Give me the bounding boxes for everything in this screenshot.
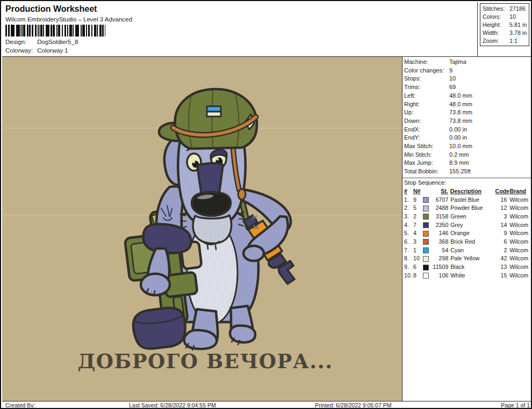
table-row: 6.3 368Brick Red 6Wilcom bbox=[404, 238, 531, 246]
thread-color-swatch bbox=[423, 197, 429, 203]
table-row: 10.8 106White 15Wilcom bbox=[404, 272, 531, 280]
stat-colors: Colors:10 bbox=[483, 13, 529, 21]
last-saved-label: Last Saved: 6/28/2022 9:04:55 PM bbox=[129, 402, 243, 409]
stat-width: Width:3.78 in bbox=[483, 29, 529, 37]
info-row: Max Stitch:10.0 mm bbox=[404, 142, 532, 151]
info-row: Down:73.8 mm bbox=[404, 117, 532, 126]
table-row: 1.9 6707Pastel Blue 16Wilcom bbox=[404, 196, 531, 204]
table-row: 9.6 11509Black 13Wilcom bbox=[404, 263, 531, 272]
thread-color-swatch bbox=[423, 206, 429, 211]
strap-buckle bbox=[238, 189, 246, 200]
thread-color-swatch bbox=[423, 273, 429, 279]
dog-foot bbox=[184, 330, 217, 349]
thread-color-swatch bbox=[423, 247, 429, 253]
thread-color-swatch bbox=[423, 265, 429, 271]
info-row: Min Stitch:0.2 mm bbox=[404, 151, 532, 159]
stop-sequence-table: # N# St. Description Code Brand 1.9 6707… bbox=[404, 187, 531, 280]
elbow-pad bbox=[143, 224, 191, 253]
dog-paw bbox=[141, 274, 170, 295]
info-row: Right:48.0 mm bbox=[404, 100, 532, 109]
design-canvas: ДОБРОГО ВЕЧОРА... bbox=[2, 56, 402, 401]
helmet bbox=[159, 89, 257, 149]
stat-zoom: Zoom:1:1 bbox=[483, 37, 529, 45]
barcode-icon bbox=[5, 25, 105, 36]
table-header: # N# St. Description Code Brand bbox=[404, 187, 531, 196]
info-row: Color changes:9 bbox=[404, 67, 532, 75]
stats-box-wrap: Stitches:27186 Colors:10 Height:5.81 in … bbox=[477, 2, 532, 56]
table-row: 5.4 146Orange 9Wilcom bbox=[404, 229, 531, 238]
colorway-row: Colorway: Colorway 1 bbox=[5, 47, 68, 54]
machine-info-panel: Machine:Tajima Color changes:9 Stops:10 … bbox=[402, 56, 532, 401]
created-by-label: Created By: bbox=[5, 402, 125, 409]
thread-color-swatch bbox=[423, 239, 429, 245]
software-subtitle: Wilcom EmbroideryStudio – Level 3 Advanc… bbox=[5, 16, 132, 23]
production-worksheet-page: Production Worksheet Wilcom EmbroiderySt… bbox=[0, 0, 532, 409]
info-row: EndY:0.00 in bbox=[404, 134, 532, 142]
table-row: 8.10 298Pale Yellow 42Wilcom bbox=[404, 254, 531, 263]
info-row: Up:73.8 mm bbox=[404, 108, 532, 117]
stop-sequence-section: Stop Sequence: # N# St. Description Code… bbox=[402, 178, 532, 280]
stop-sequence-title: Stop Sequence: bbox=[404, 179, 532, 187]
thread-color-swatch bbox=[423, 231, 429, 237]
colorway-label: Colorway: bbox=[5, 47, 35, 54]
header: Production Worksheet Wilcom EmbroiderySt… bbox=[2, 2, 477, 55]
info-row: Total Bobbin:155.25ft bbox=[404, 167, 532, 176]
info-row: Trims:69 bbox=[404, 83, 532, 92]
ukraine-flag-patch bbox=[207, 106, 221, 116]
info-row: Left:48.0 mm bbox=[404, 92, 532, 100]
table-row: 4.7 2350Grey 14Wilcom bbox=[404, 221, 531, 230]
thread-color-swatch bbox=[423, 222, 429, 228]
dog-mouth bbox=[193, 215, 232, 244]
info-row: EndX:0.00 in bbox=[404, 126, 532, 134]
info-row: Stops:10 bbox=[404, 75, 532, 83]
stat-stitches: Stitches:27186 bbox=[483, 5, 529, 13]
printed-label: Printed: 6/28/2022 9:05:07 PM bbox=[315, 402, 402, 409]
stat-height: Height:5.81 in bbox=[483, 21, 529, 29]
machine-info-list: Machine:Tajima Color changes:9 Stops:10 … bbox=[402, 57, 532, 176]
design-row: Design: DogSoldier5_8 bbox=[5, 39, 78, 45]
design-label: Design: bbox=[5, 39, 35, 45]
table-row: 7.1 54Cyan 2Wilcom bbox=[404, 246, 531, 255]
stats-box: Stitches:27186 Colors:10 Height:5.81 in … bbox=[480, 3, 529, 46]
page-title: Production Worksheet bbox=[5, 4, 97, 14]
table-row: 2.5 2488Powder Blue 12Wilcom bbox=[404, 204, 531, 213]
colorway-value: Colorway 1 bbox=[37, 47, 68, 54]
thread-color-swatch bbox=[423, 214, 429, 220]
dog-hand bbox=[243, 246, 264, 261]
info-row: Max Jump:8.9 mm bbox=[404, 159, 532, 167]
footer-bar: Created By: Last Saved: 6/28/2022 9:04:5… bbox=[2, 401, 532, 409]
design-value: DogSoldier5_8 bbox=[37, 39, 78, 45]
artwork-slogan: ДОБРОГО ВЕЧОРА... bbox=[77, 349, 333, 373]
embroidery-artwork: ДОБРОГО ВЕЧОРА... bbox=[2, 57, 401, 400]
table-row: 3.2 3158Green 3Wilcom bbox=[404, 213, 531, 221]
info-row: Machine:Tajima bbox=[404, 58, 532, 67]
thread-color-swatch bbox=[423, 256, 429, 262]
page-number: Page 1 of 1 bbox=[497, 402, 530, 409]
